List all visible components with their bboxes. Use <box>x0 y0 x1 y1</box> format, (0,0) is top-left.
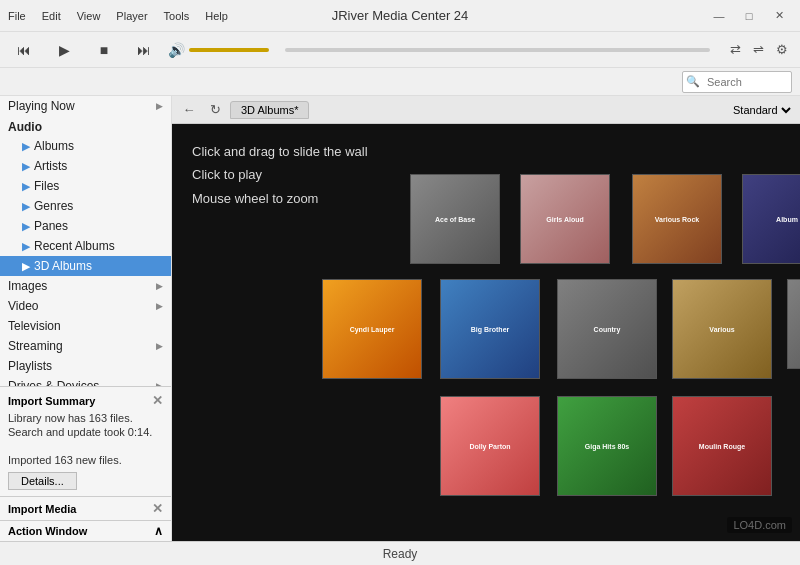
window-controls: — □ ✕ <box>706 6 792 26</box>
album-cover-12[interactable]: Moulin Rouge <box>672 396 772 496</box>
sidebar-item-recent-albums[interactable]: ▶ Recent Albums <box>0 236 171 256</box>
status-bar: Ready <box>0 541 800 565</box>
album-cover-5[interactable]: Cyndi Lauper <box>322 279 422 379</box>
menu-player[interactable]: Player <box>116 10 147 22</box>
album-wall[interactable]: Click and drag to slide the wall Click t… <box>172 124 800 541</box>
tab-3d-albums[interactable]: 3D Albums* <box>230 101 309 119</box>
television-label: Television <box>8 319 61 333</box>
summary-panel: Import Summary ✕ Library now has 163 fil… <box>0 386 171 496</box>
album-label-11: Giga Hits 80s <box>558 397 656 495</box>
status-text: Ready <box>383 547 418 561</box>
content-toolbar: ← ↻ 3D Albums* Standard 3D Wall <box>172 96 800 124</box>
seek-bar[interactable] <box>285 48 710 52</box>
repeat-button[interactable]: ⇄ <box>726 40 745 59</box>
details-button[interactable]: Details... <box>8 472 77 490</box>
summary-close-button[interactable]: ✕ <box>152 393 163 408</box>
title-bar: File Edit View Player Tools Help JRiver … <box>0 0 800 32</box>
settings-icon[interactable]: ⚙ <box>772 40 792 59</box>
album-label-12: Moulin Rouge <box>673 397 771 495</box>
playlists-label: Playlists <box>8 359 52 373</box>
album-cover-10[interactable]: Dolly Parton <box>440 396 540 496</box>
album-label-7: Country <box>558 280 656 378</box>
search-input[interactable] <box>703 76 788 88</box>
minimize-button[interactable]: — <box>706 6 732 26</box>
back-button[interactable]: ← <box>178 99 200 121</box>
album-cover-1[interactable]: Ace of Base <box>410 174 500 264</box>
menu-view[interactable]: View <box>77 10 101 22</box>
stop-button[interactable]: ■ <box>88 36 120 64</box>
album-label-6: Big Brother <box>441 280 539 378</box>
hint-2: Click to play <box>192 163 368 186</box>
refresh-button[interactable]: ↻ <box>204 99 226 121</box>
album-label-2: Girls Aloud <box>521 175 609 263</box>
sidebar-item-drives-devices[interactable]: Drives & Devices ▶ <box>0 376 171 386</box>
import-media-close-button[interactable]: ✕ <box>152 501 163 516</box>
sidebar: Playing Now ▶ Audio ▶ Albums ▶ Artists ▶… <box>0 96 172 541</box>
images-label: Images <box>8 279 47 293</box>
toolbar-right: Standard 3D Wall <box>729 103 794 117</box>
menu-file[interactable]: File <box>8 10 26 22</box>
album-cover-6[interactable]: Big Brother <box>440 279 540 379</box>
genres-icon: ▶ <box>22 200 30 213</box>
action-window-arrow[interactable]: ∧ <box>154 524 163 538</box>
hint-1: Click and drag to slide the wall <box>192 140 368 163</box>
sidebar-category-audio[interactable]: Audio <box>0 116 171 136</box>
recent-albums-label: Recent Albums <box>34 239 115 253</box>
action-window-label: Action Window <box>8 525 87 537</box>
sidebar-item-genres[interactable]: ▶ Genres <box>0 196 171 216</box>
album-cover-9[interactable]: Album <box>787 279 800 369</box>
drives-devices-label: Drives & Devices <box>8 379 99 386</box>
search-box: 🔍 <box>682 71 792 93</box>
summary-line-3 <box>8 440 163 452</box>
play-button[interactable]: ▶ <box>48 36 80 64</box>
sidebar-item-artists[interactable]: ▶ Artists <box>0 156 171 176</box>
sidebar-item-3d-albums[interactable]: ▶ 3D Albums <box>0 256 171 276</box>
volume-icon: 🔊 <box>168 42 185 58</box>
album-cover-8[interactable]: Various <box>672 279 772 379</box>
audio-label: Audio <box>8 120 42 134</box>
sidebar-item-playlists[interactable]: Playlists <box>0 356 171 376</box>
album-label-8: Various <box>673 280 771 378</box>
watermark: LO4D.com <box>727 517 792 533</box>
view-selector[interactable]: Standard 3D Wall <box>729 103 794 117</box>
menu-edit[interactable]: Edit <box>42 10 61 22</box>
next-button[interactable]: ⏭ <box>128 36 160 64</box>
volume-area: 🔊 <box>168 42 269 58</box>
albums-icon: ▶ <box>22 140 30 153</box>
album-cover-3[interactable]: Various Rock <box>632 174 722 264</box>
panes-label: Panes <box>34 219 68 233</box>
main-layout: Playing Now ▶ Audio ▶ Albums ▶ Artists ▶… <box>0 96 800 541</box>
sidebar-section: Playing Now ▶ Audio ▶ Albums ▶ Artists ▶… <box>0 96 171 386</box>
volume-slider[interactable] <box>189 48 269 52</box>
streaming-arrow: ▶ <box>156 341 163 351</box>
sidebar-item-video[interactable]: Video ▶ <box>0 296 171 316</box>
sidebar-item-playing-now[interactable]: Playing Now ▶ <box>0 96 171 116</box>
sidebar-item-albums[interactable]: ▶ Albums <box>0 136 171 156</box>
album-label-3: Various Rock <box>633 175 721 263</box>
video-label: Video <box>8 299 38 313</box>
images-arrow: ▶ <box>156 281 163 291</box>
prev-button[interactable]: ⏮ <box>8 36 40 64</box>
sidebar-item-panes[interactable]: ▶ Panes <box>0 216 171 236</box>
shuffle-button[interactable]: ⇌ <box>749 40 768 59</box>
sidebar-item-images[interactable]: Images ▶ <box>0 276 171 296</box>
playing-now-label: Playing Now <box>8 99 75 113</box>
streaming-label: Streaming <box>8 339 63 353</box>
menu-tools[interactable]: Tools <box>164 10 190 22</box>
album-cover-2[interactable]: Girls Aloud <box>520 174 610 264</box>
album-cover-11[interactable]: Giga Hits 80s <box>557 396 657 496</box>
sidebar-item-streaming[interactable]: Streaming ▶ <box>0 336 171 356</box>
close-button[interactable]: ✕ <box>766 6 792 26</box>
sidebar-item-television[interactable]: Television <box>0 316 171 336</box>
album-cover-4[interactable]: Album <box>742 174 800 264</box>
files-label: Files <box>34 179 59 193</box>
album-cover-7[interactable]: Country <box>557 279 657 379</box>
genres-label: Genres <box>34 199 73 213</box>
summary-line-1: Library now has 163 files. <box>8 412 163 424</box>
maximize-button[interactable]: □ <box>736 6 762 26</box>
import-media-label: Import Media <box>8 503 76 515</box>
menu-help[interactable]: Help <box>205 10 228 22</box>
album-label-1: Ace of Base <box>411 175 499 263</box>
sidebar-item-files[interactable]: ▶ Files <box>0 176 171 196</box>
import-media-row: Import Media ✕ <box>0 496 171 520</box>
